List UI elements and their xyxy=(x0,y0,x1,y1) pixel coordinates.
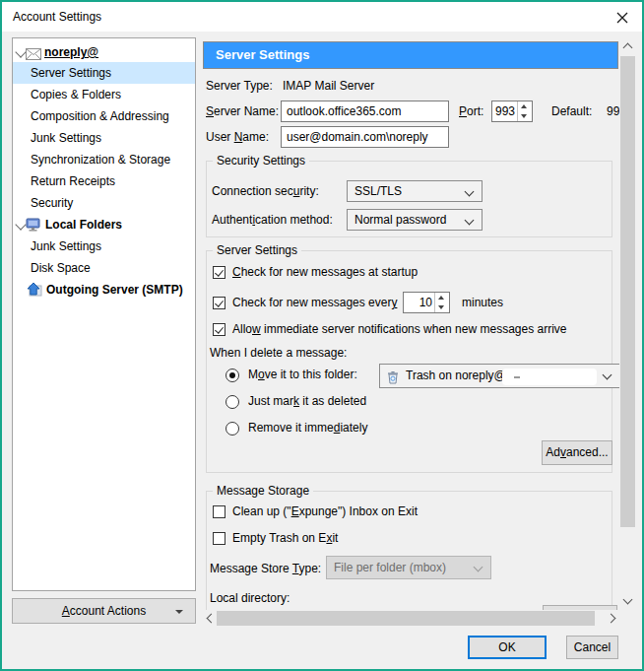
ok-button[interactable]: OK xyxy=(468,636,547,659)
user-name-label: User Name: xyxy=(206,130,269,144)
vertical-scroll-thumb[interactable] xyxy=(620,56,635,527)
account-actions-label: Account Actions xyxy=(62,604,146,618)
spin-down-icon[interactable] xyxy=(435,302,449,312)
connection-security-select[interactable]: SSL/TLS xyxy=(347,180,483,202)
when-delete-label: When I delete a message: xyxy=(210,346,347,360)
authentication-method-select[interactable]: Normal password xyxy=(347,209,483,231)
authentication-method-label: Authentication method: xyxy=(212,213,333,227)
window-title: Account Settings xyxy=(13,10,101,24)
store-type-select: File per folder (mbox) xyxy=(326,556,491,579)
sidebar-item-local-folders[interactable]: Local Folders xyxy=(13,214,195,235)
smtp-up-arrow-icon xyxy=(27,282,42,298)
title-bar: Account Settings xyxy=(2,2,642,32)
sidebar-item-local-junk-settings[interactable]: Junk Settings xyxy=(13,235,195,257)
server-type-label: Server Type: xyxy=(206,79,273,93)
remove-immediately-label: Remove it immediately xyxy=(248,421,367,435)
user-name-input[interactable]: user@domain.com\noreply xyxy=(281,126,449,148)
sidebar-account-noreply[interactable]: noreply@ xyxy=(13,42,195,62)
spin-up-icon[interactable] xyxy=(518,101,532,111)
sidebar-item-outgoing-server[interactable]: Outgoing Server (SMTP) xyxy=(13,279,195,301)
advanced-button[interactable]: Advanced... xyxy=(542,440,612,465)
spin-up-icon[interactable] xyxy=(435,293,449,302)
connection-security-label: Connection security: xyxy=(212,184,319,198)
server-settings-legend: Server Settings xyxy=(213,243,301,257)
vertical-scrollbar[interactable] xyxy=(619,37,636,609)
caret-down-icon xyxy=(175,610,183,614)
allow-notifications-checkbox[interactable] xyxy=(213,323,225,336)
check-every-label: Check for new messages every xyxy=(232,296,397,309)
scroll-down-icon[interactable] xyxy=(619,592,636,609)
trash-folder-select[interactable]: Trash on noreply@ xyxy=(379,364,619,388)
server-type-value: IMAP Mail Server xyxy=(283,79,374,93)
sidebar-item-return-receipts[interactable]: Return Receipts xyxy=(13,170,195,192)
sidebar-item-security[interactable]: Security xyxy=(13,192,195,214)
empty-trash-label: Empty Trash on Exit xyxy=(232,531,338,545)
cancel-button[interactable]: Cancel xyxy=(566,636,618,659)
local-directory-label: Local directory: xyxy=(210,591,290,605)
minutes-label: minutes xyxy=(462,296,503,309)
move-to-folder-label: Move it to this folder: xyxy=(248,368,357,381)
sidebar-item-server-settings[interactable]: Server Settings xyxy=(13,62,195,84)
just-mark-deleted-label: Just mark it as deleted xyxy=(248,394,366,408)
panel-header: Server Settings xyxy=(203,41,618,69)
check-startup-checkbox[interactable] xyxy=(213,266,225,279)
accounts-tree: noreply@ Server Settings Copies & Folder… xyxy=(12,37,196,591)
sidebar-item-junk-settings[interactable]: Junk Settings xyxy=(13,127,195,149)
chevron-down-icon xyxy=(465,216,475,226)
check-startup-label: Check for new messages at startup xyxy=(232,265,418,279)
just-mark-deleted-radio[interactable] xyxy=(225,395,239,409)
expunge-label: Clean up ("Expunge") Inbox on Exit xyxy=(232,504,418,518)
sidebar-item-disk-space[interactable]: Disk Space xyxy=(13,257,195,279)
chevron-down-icon xyxy=(603,370,612,380)
close-icon[interactable] xyxy=(614,10,630,26)
security-settings-legend: Security Settings xyxy=(213,154,309,168)
expunge-checkbox[interactable] xyxy=(213,505,225,518)
store-type-label: Message Store Type: xyxy=(210,562,321,575)
empty-trash-checkbox[interactable] xyxy=(213,532,225,545)
sidebar-account-label[interactable]: noreply@ xyxy=(44,42,98,62)
check-every-checkbox[interactable] xyxy=(213,297,225,309)
account-settings-dialog: Account Settings noreply@ Server Setting… xyxy=(0,0,644,671)
port-default-label: Default: xyxy=(551,104,592,118)
chevron-down-icon[interactable] xyxy=(15,46,26,57)
chevron-down-icon xyxy=(474,563,483,572)
sidebar-item-copies-folders[interactable]: Copies & Folders xyxy=(13,84,195,105)
account-actions-button[interactable]: Account Actions xyxy=(12,598,196,624)
allow-notifications-label: Allow immediate server notifications whe… xyxy=(232,322,567,336)
trash-icon xyxy=(386,369,402,385)
server-settings-panel: Server Settings Server Type: IMAP Mail S… xyxy=(203,37,619,610)
envelope-icon xyxy=(26,46,41,62)
chevron-down-icon[interactable] xyxy=(15,219,26,230)
scroll-right-icon[interactable] xyxy=(605,610,618,627)
local-folders-computer-icon xyxy=(26,217,41,233)
redaction-blob xyxy=(502,369,597,385)
port-label: Port: xyxy=(459,104,483,118)
server-name-input[interactable]: outlook.office365.com xyxy=(281,101,449,122)
sidebar-item-synchronization-storage[interactable]: Synchronization & Storage xyxy=(13,149,195,170)
check-interval-stepper[interactable]: 10 xyxy=(403,292,450,313)
move-to-folder-radio[interactable] xyxy=(225,369,239,382)
spin-down-icon[interactable] xyxy=(518,111,532,121)
sidebar-item-composition-addressing[interactable]: Composition & Addressing xyxy=(13,105,195,127)
scroll-up-icon[interactable] xyxy=(619,37,636,54)
message-storage-legend: Message Storage xyxy=(213,484,313,498)
server-name-label: Server Name: xyxy=(206,104,279,118)
scroll-left-icon[interactable] xyxy=(203,610,216,627)
remove-immediately-radio[interactable] xyxy=(225,422,239,436)
port-stepper[interactable]: 993 xyxy=(491,101,533,122)
horizontal-scroll-thumb[interactable] xyxy=(217,611,595,626)
port-default-value: 993 xyxy=(607,104,619,118)
horizontal-scrollbar[interactable] xyxy=(203,610,619,627)
chevron-down-icon xyxy=(465,187,475,197)
